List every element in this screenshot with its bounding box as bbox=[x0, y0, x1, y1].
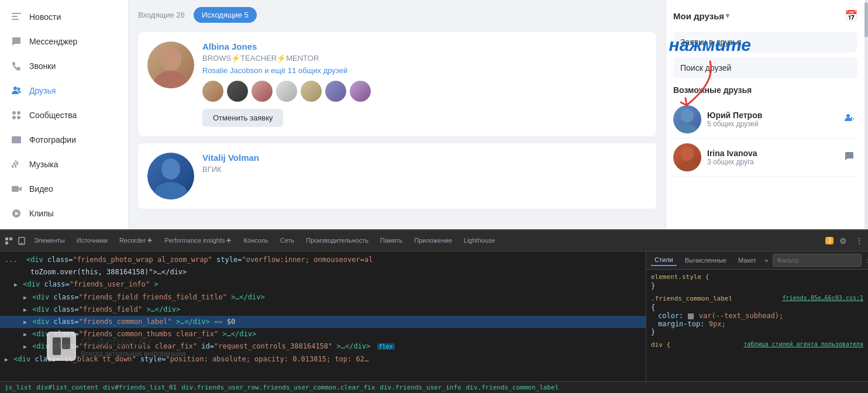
thumb-3 bbox=[252, 81, 273, 102]
calls-icon bbox=[9, 59, 23, 73]
devtools-tab-sources[interactable]: Источники bbox=[71, 233, 113, 249]
vitalij-avatar[interactable] bbox=[147, 153, 194, 199]
devtools-tab-performance-main[interactable]: Производительность bbox=[300, 233, 374, 249]
styles-tab-layout[interactable]: Макет bbox=[735, 255, 760, 266]
sidebar-item-messenger-label: Мессенджер bbox=[29, 37, 77, 46]
svg-point-19 bbox=[681, 147, 694, 161]
dom-line-2[interactable]: ▶ <div class="friends_field friends_fiel… bbox=[0, 291, 646, 304]
vitalij-name[interactable]: Vitalij Volman bbox=[202, 153, 647, 163]
add-irina-button[interactable] bbox=[841, 148, 857, 167]
sidebar-item-communities-label: Сообщества bbox=[29, 111, 77, 120]
dom-line-3[interactable]: ▶ <div class="friends_field" >…</div> bbox=[0, 304, 646, 316]
vitalij-bio: ВГИК bbox=[202, 165, 647, 174]
svg-point-18 bbox=[846, 114, 850, 118]
sidebar-item-video-label: Видео bbox=[29, 184, 53, 194]
style-rule-div: div { таблица стилей агента пользователя bbox=[651, 341, 863, 350]
svg-point-13 bbox=[153, 71, 188, 88]
breadcrumb-common-label[interactable]: div.friends_common_label bbox=[466, 384, 559, 391]
color-swatch bbox=[688, 313, 694, 319]
sidebar-item-calls[interactable]: Звонки bbox=[0, 54, 128, 78]
devtools-settings-icon[interactable]: ⚙ bbox=[837, 235, 849, 247]
devtools-tab-application[interactable]: Приложение bbox=[408, 233, 458, 249]
irina-name[interactable]: Irina Ivanova bbox=[707, 149, 835, 158]
svg-point-6 bbox=[17, 111, 20, 115]
styles-filter-input[interactable] bbox=[773, 254, 862, 267]
friends-label-selector: .friends_common_label bbox=[651, 295, 732, 302]
sidebar-item-friends-label: Друзья bbox=[29, 86, 56, 95]
right-scrollbar[interactable] bbox=[864, 0, 868, 229]
thumb-2 bbox=[227, 81, 248, 102]
thumb-5 bbox=[301, 81, 322, 102]
calendar-icon[interactable]: 📅 bbox=[845, 9, 857, 22]
scrollbar-thumb bbox=[864, 2, 868, 37]
sidebar-item-messenger[interactable]: Мессенджер bbox=[0, 29, 128, 54]
sidebar-item-news[interactable]: Новости bbox=[0, 5, 128, 29]
albina-avatar[interactable] bbox=[147, 42, 194, 88]
svg-point-3 bbox=[13, 87, 17, 90]
devtools-device-icon[interactable] bbox=[15, 237, 28, 245]
devtools-tab-lighthouse[interactable]: Lighthouse bbox=[458, 233, 501, 249]
devtools-more-icon[interactable]: ⋮ bbox=[853, 235, 866, 247]
friends-header: Мои друзья ▼ 📅 bbox=[673, 7, 857, 25]
sidebar-item-news-label: Новости bbox=[29, 12, 61, 22]
devtools-tab-console[interactable]: Консоль bbox=[237, 233, 274, 249]
dom-line-6[interactable]: ▶ <div class="friends_controls clear_fix… bbox=[0, 340, 646, 353]
devtools-breadcrumb: js_list div#list_content div#friends_lis… bbox=[0, 381, 868, 393]
sidebar-item-music[interactable]: Музыка bbox=[0, 152, 128, 177]
breadcrumb-friends-list[interactable]: div#friends_list_01 bbox=[103, 384, 177, 391]
devtools-inspect-icon[interactable] bbox=[2, 237, 15, 245]
annotation: нажмите bbox=[669, 35, 751, 55]
sidebar-item-video[interactable]: Видео bbox=[0, 177, 128, 201]
devtools-badge: 3 bbox=[825, 237, 833, 244]
albina-name[interactable]: Albina Jones bbox=[202, 42, 647, 51]
div-selector: div { bbox=[651, 341, 670, 349]
dom-line-1[interactable]: ▶ <div class="friends_user_info" > bbox=[0, 278, 646, 291]
devtools-tab-memory[interactable]: Память bbox=[374, 233, 408, 249]
incoming-count: Входящие 26 bbox=[138, 11, 185, 19]
svg-point-15 bbox=[153, 182, 188, 199]
sidebar-item-communities[interactable]: Сообщества bbox=[0, 103, 128, 127]
breadcrumb-js-list[interactable]: js_list bbox=[5, 384, 32, 391]
svg-rect-23 bbox=[5, 242, 8, 244]
dom-line-4[interactable]: ▶ <div class="friends_common_label" >…</… bbox=[0, 316, 646, 328]
devtools-tab-recorder[interactable]: Recorder bbox=[113, 233, 159, 249]
friends-label-source[interactable]: friends.85e…66c03.css:1 bbox=[783, 295, 863, 304]
styles-more-chevron[interactable]: » bbox=[764, 257, 768, 264]
cancel-albina-button[interactable]: Отменить заявку bbox=[202, 109, 283, 127]
devtools-tab-elements[interactable]: Элементы bbox=[28, 233, 71, 249]
thumb-1 bbox=[202, 81, 223, 102]
breadcrumb-list-content[interactable]: div#list_content bbox=[36, 384, 98, 391]
sidebar-item-calls-label: Звонки bbox=[29, 61, 56, 71]
content-wrapper: Входящие 26 Исходящие 5 Albina Jones BRO… bbox=[129, 0, 868, 229]
svg-point-7 bbox=[12, 116, 16, 119]
devtools-tab-network[interactable]: Сеть bbox=[274, 233, 300, 249]
svg-rect-22 bbox=[9, 237, 12, 240]
svg-rect-2 bbox=[12, 19, 19, 20]
sidebar-item-photos-label: Фотографии bbox=[29, 135, 76, 144]
yuriy-common: 5 общих друзей bbox=[707, 120, 835, 128]
clips-icon bbox=[9, 206, 23, 220]
thumb-4 bbox=[276, 81, 297, 102]
dom-line-5[interactable]: ▶ <div class="friends_common_thumbs clea… bbox=[0, 328, 646, 340]
add-yuriy-button[interactable] bbox=[841, 110, 857, 129]
styles-tab-styles[interactable]: Стили bbox=[651, 254, 677, 266]
sidebar-item-friends[interactable]: Друзья bbox=[0, 78, 128, 103]
sidebar-item-photos[interactable]: Фотографии bbox=[0, 127, 128, 152]
breadcrumb-user-row[interactable]: div.friends_user_row.friends_user_common… bbox=[181, 384, 375, 391]
dom-line-0b[interactable]: toZoom.over(this, 388164158)">…</div> bbox=[0, 266, 646, 278]
friends-tabs: Входящие 26 Исходящие 5 bbox=[138, 7, 656, 23]
breadcrumb-user-info[interactable]: div.friends_user_info bbox=[380, 384, 461, 391]
sidebar-item-clips[interactable]: Клипы bbox=[0, 201, 128, 226]
dom-line-0[interactable]: ... <div class="friends_photo_wrap al_zo… bbox=[0, 254, 646, 266]
irina-avatar[interactable] bbox=[673, 143, 701, 171]
devtools-tab-performance[interactable]: Performance insights bbox=[159, 233, 237, 249]
styles-tab-computed[interactable]: Вычисленные bbox=[681, 255, 730, 266]
div-source: таблица стилей агента пользователя bbox=[743, 341, 863, 350]
sidebar: Новости Мессенджер Звонки Друзья bbox=[0, 0, 129, 229]
friend-card-albina: Albina Jones BROWS⚡TEACHER⚡MENTOR Rosali… bbox=[138, 32, 656, 136]
friends-header-chevron[interactable]: ▼ bbox=[724, 12, 731, 20]
communities-icon bbox=[9, 108, 23, 122]
dom-line-7[interactable]: ▶ <div class="tt_black tt_down" style="p… bbox=[0, 353, 646, 366]
style-prop-margin: margin-top: 9px; bbox=[651, 320, 863, 328]
outgoing-tab[interactable]: Исходящие 5 bbox=[194, 7, 257, 23]
